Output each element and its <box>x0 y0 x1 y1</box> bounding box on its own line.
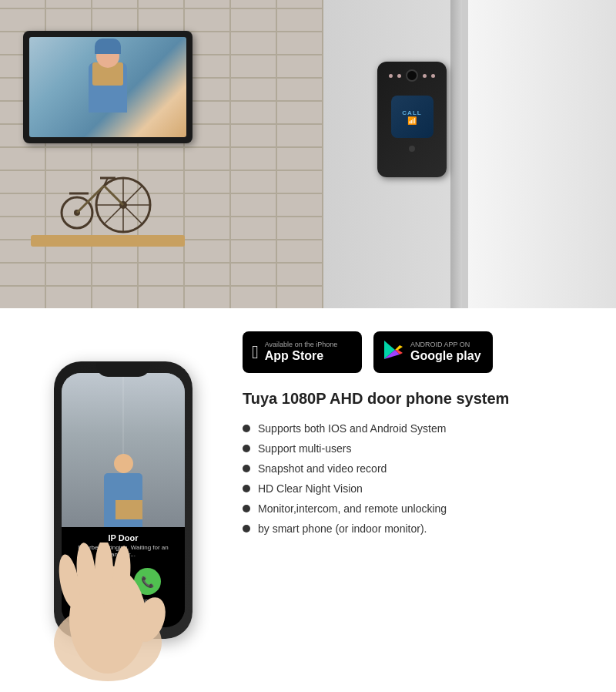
bicycle-decoration <box>46 143 169 239</box>
google-play-small-text: ANDROID APP ON <box>410 341 481 348</box>
google-play-name: Google play <box>410 348 481 363</box>
phone-notch <box>96 361 150 377</box>
feature-item-3: Snapshot and video record <box>243 462 589 475</box>
google-play-text: ANDROID APP ON Google play <box>410 341 481 363</box>
phone-person-body <box>104 473 142 527</box>
bullet-5 <box>243 505 250 512</box>
feature-text-4: HD Clear Night Vision <box>258 482 363 495</box>
feature-item-5: Monitor,intercom, and remote unlocking <box>243 502 589 515</box>
feature-text-5: Monitor,intercom, and remote unlocking <box>258 502 447 515</box>
bullet-3 <box>243 465 250 472</box>
top-section: CALL 📶 <box>0 0 616 308</box>
feature-item-2: Support multi-users <box>243 442 589 455</box>
monitor-container <box>23 31 192 143</box>
bullet-4 <box>243 485 250 492</box>
app-store-badge[interactable]:  Available on the iPhone App Store <box>243 331 362 373</box>
feature-item-4: HD Clear Night Vision <box>243 482 589 495</box>
door-panel <box>462 0 616 308</box>
shelf-area <box>0 170 323 308</box>
person-head <box>96 45 119 68</box>
app-store-text: Available on the iPhone App Store <box>265 341 337 363</box>
feature-text-1: Supports both IOS and Android System <box>258 422 446 435</box>
phone-mockup-area: IP Door Doorbell is ringing. Waiting for… <box>15 324 231 677</box>
bottom-section: IP Door Doorbell is ringing. Waiting for… <box>0 308 616 692</box>
app-store-name: App Store <box>265 348 337 363</box>
app-store-small-text: Available on the iPhone <box>265 341 337 348</box>
bullet-6 <box>243 525 250 532</box>
app-badges:  Available on the iPhone App Store <box>243 331 589 373</box>
bullet-2 <box>243 445 250 452</box>
doorbell-led-2 <box>397 74 401 78</box>
phone-camera-feed <box>62 373 185 527</box>
hand-holding-phone <box>31 543 185 684</box>
svg-marker-22 <box>395 345 403 350</box>
feature-text-3: Snapshot and video record <box>258 462 387 475</box>
wifi-icon: 📶 <box>407 116 417 125</box>
indoor-monitor-image <box>0 0 323 308</box>
outdoor-camera-image: CALL 📶 <box>323 0 616 308</box>
doorbell-led-1 <box>389 74 393 78</box>
svg-line-10 <box>104 186 123 205</box>
phone-person-box <box>116 500 142 519</box>
svg-line-9 <box>77 186 104 213</box>
monitor-screen <box>29 37 186 137</box>
feature-text-2: Support multi-users <box>258 442 351 455</box>
phone-caller-name: IP Door <box>109 533 139 543</box>
person-on-screen <box>81 45 135 129</box>
feature-item-6: by smart phone (or indoor monitor). <box>243 522 589 535</box>
phone-delivery-person <box>104 454 142 527</box>
features-list: Supports both IOS and Android System Sup… <box>243 422 589 535</box>
monitor-frame <box>23 31 192 143</box>
google-play-badge[interactable]: ANDROID APP ON Google play <box>373 331 493 373</box>
info-area:  Available on the iPhone App Store <box>231 324 601 677</box>
doorbell-camera-lens <box>406 69 418 82</box>
person-body <box>89 62 127 113</box>
bullet-1 <box>243 425 250 432</box>
doorbell-device: CALL 📶 <box>377 62 447 177</box>
feature-item-1: Supports both IOS and Android System <box>243 422 589 435</box>
doorbell-call-button[interactable]: CALL 📶 <box>391 96 434 138</box>
doorbell-extra-button[interactable] <box>409 146 415 152</box>
feature-text-6: by smart phone (or indoor monitor). <box>258 522 427 535</box>
phone-person-head <box>114 454 133 473</box>
doorbell-led-3 <box>423 74 427 78</box>
call-label: CALL <box>402 109 421 116</box>
doorbell-led-4 <box>431 74 435 78</box>
product-title: Tuya 1080P AHD door phone system <box>243 388 589 408</box>
doorbell-camera-area <box>389 69 435 82</box>
apple-icon:  <box>252 341 259 363</box>
google-play-icon <box>383 339 404 365</box>
